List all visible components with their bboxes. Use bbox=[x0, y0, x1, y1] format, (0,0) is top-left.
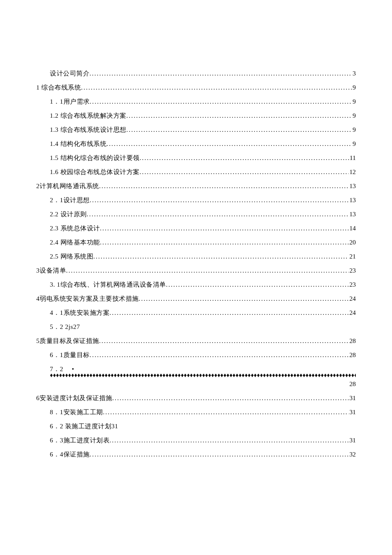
toc-entry-page: 11 bbox=[349, 155, 356, 161]
toc-entry: 5质量目标及保证措施 28 bbox=[36, 338, 356, 344]
toc-entry-title: 6．1质量目标 bbox=[50, 352, 90, 358]
toc-entry: 1.6 校园综合布线总体设计方案12 bbox=[36, 169, 356, 175]
toc-entry-title: 8．1安装施工工期 bbox=[50, 409, 103, 416]
toc-entry-page: 23 bbox=[349, 267, 356, 274]
toc-leader-dots bbox=[81, 84, 352, 91]
toc-entry-page: 28 bbox=[349, 352, 356, 358]
toc-entry: 4．1系统安装施方案24 bbox=[36, 310, 356, 316]
toc-entry: 1.4 结构化布线系统9 bbox=[36, 141, 356, 147]
toc-entry-title: 1．1用户需求 bbox=[50, 99, 90, 105]
toc-entry-page: 14 bbox=[349, 225, 356, 232]
toc-leader-dots bbox=[93, 253, 349, 260]
toc-entry-title: 1.2 综合布线系统解决方案 bbox=[50, 113, 127, 119]
toc-leader-dots bbox=[166, 282, 349, 288]
toc-entry-page: 13 bbox=[349, 211, 356, 218]
toc-entry: 2.4 网络基本功能 20 bbox=[36, 239, 356, 246]
toc-entry-title: 5．2 2js27 bbox=[50, 324, 80, 330]
toc-leader-dots bbox=[127, 113, 352, 119]
toc-entry-title: 设计公司简介 bbox=[50, 70, 89, 77]
toc-entry-title: 2．1设计思想 bbox=[50, 197, 90, 203]
toc-entry: 8．1安装施工工期31 bbox=[36, 409, 356, 416]
toc-entry-title: 6．4保证措施 bbox=[50, 451, 90, 458]
toc-entry-title: 2计算机网络通讯系统 bbox=[36, 183, 99, 189]
toc-leader-dots bbox=[66, 267, 349, 274]
toc-entry: 2计算机网络通讯系统13 bbox=[36, 183, 356, 189]
toc-entry-title: 1 综合布线系统 bbox=[36, 84, 81, 91]
toc-entry: 1.3 综合布线系统设计思想9 bbox=[36, 127, 356, 133]
toc-entry-title: 1.3 综合布线系统设计思想 bbox=[50, 127, 127, 133]
toc-entry-title: 4弱电系统安装方案及主要技术措施 bbox=[36, 296, 139, 302]
toc-entry-page: 31 bbox=[349, 409, 356, 416]
toc-entry-title: 1.6 校园综合布线总体设计方案 bbox=[50, 169, 140, 175]
toc-entry-page: 13 bbox=[349, 197, 356, 203]
toc-leader-dots bbox=[110, 310, 349, 316]
toc-bullet: • bbox=[63, 366, 83, 372]
toc-entry: 2.2 设计原则13 bbox=[36, 211, 356, 218]
toc-entry: 2.3 系统总体设计14 bbox=[36, 225, 356, 232]
toc-entry-title: 2.4 网络基本功能 bbox=[50, 239, 100, 246]
toc-leader-dots bbox=[100, 225, 349, 232]
toc-entry-page: 9 bbox=[352, 99, 356, 105]
toc-entry: 设计公司简介3 bbox=[36, 70, 356, 77]
toc-entry: 3设备清单23 bbox=[36, 267, 356, 274]
toc-entry-page: 20 bbox=[349, 239, 356, 246]
toc-entry-page: 12 bbox=[349, 169, 356, 175]
toc-entry-page: 31 bbox=[349, 437, 356, 444]
toc-leader-dots bbox=[127, 127, 352, 133]
toc-entry-page: 9 bbox=[352, 141, 356, 147]
toc-entry: 2.5 网络系统图21 bbox=[36, 253, 356, 260]
toc-entry-title: 2.3 系统总体设计 bbox=[50, 225, 100, 232]
toc-entry-page: 21 bbox=[349, 253, 356, 260]
toc-leader-dots bbox=[100, 239, 349, 246]
toc-leader-dots bbox=[90, 352, 349, 358]
toc-entry: 3. 1综合布线、计算机网络通讯设备清单23 bbox=[36, 282, 356, 288]
toc-entry-page: 9 bbox=[352, 113, 356, 119]
toc-leader-dots bbox=[107, 141, 352, 147]
toc-entry-title: 6．3施工进度计划表 bbox=[50, 437, 110, 444]
toc-leader-dots bbox=[103, 409, 349, 416]
toc-entry-title: 2.5 网络系统图 bbox=[50, 253, 93, 260]
toc-leader-dots bbox=[140, 169, 349, 175]
toc-entry: 6安装进度计划及保证措施 31 bbox=[36, 395, 356, 401]
toc-entry: 6．4保证措施32 bbox=[36, 451, 356, 458]
toc-entry: 6．3施工进度计划表31 bbox=[36, 437, 356, 444]
toc-entry-title: 1.5 结构化综合布线的设计要领 bbox=[50, 155, 140, 161]
toc-leader-dots bbox=[99, 183, 349, 189]
toc-entry: 1.2 综合布线系统解决方案9 bbox=[36, 113, 356, 119]
toc-entry: 1 综合布线系统9 bbox=[36, 84, 356, 91]
toc-entry: 7．2•28 bbox=[36, 366, 356, 387]
toc-leader-dots bbox=[140, 155, 349, 161]
toc-entry-title: 7．2 bbox=[50, 366, 63, 372]
toc-entry-page: 3 bbox=[352, 70, 356, 77]
toc-entry-title: 3. 1综合布线、计算机网络通讯设备清单 bbox=[50, 282, 166, 288]
toc-entry-page: 32 bbox=[349, 451, 356, 458]
toc-entry-title: 5质量目标及保证措施 bbox=[36, 338, 99, 344]
toc-entry-page: 9 bbox=[352, 127, 356, 133]
toc-leader-dots bbox=[90, 197, 349, 203]
toc-leader-diamonds bbox=[50, 372, 356, 378]
toc-leader-dots bbox=[139, 296, 349, 302]
table-of-contents: 设计公司简介31 综合布线系统91．1用户需求91.2 综合布线系统解决方案91… bbox=[36, 70, 356, 458]
toc-entry-title: 3设备清单 bbox=[36, 267, 66, 274]
toc-entry-title: 1.4 结构化布线系统 bbox=[50, 141, 107, 147]
toc-entry-page: 24 bbox=[349, 310, 356, 316]
toc-entry-page: 9 bbox=[352, 84, 356, 91]
toc-entry-page: 13 bbox=[349, 183, 356, 189]
toc-entry-title: 6安装进度计划及保证措施 bbox=[36, 395, 112, 401]
toc-entry-page: 24 bbox=[349, 296, 356, 302]
toc-entry-title: 4．1系统安装施方案 bbox=[50, 310, 110, 316]
toc-entry: 2．1设计思想13 bbox=[36, 197, 356, 203]
toc-entry-title: 2.2 设计原则 bbox=[50, 211, 87, 218]
toc-leader-dots bbox=[99, 338, 349, 344]
toc-entry-title: 6．2 装施工进度计划31 bbox=[50, 423, 118, 430]
toc-entry: 4弱电系统安装方案及主要技术措施24 bbox=[36, 296, 356, 302]
toc-entry: 1.5 结构化综合布线的设计要领 11 bbox=[36, 155, 356, 161]
toc-entry-page: 28 bbox=[349, 338, 356, 344]
toc-leader-dots bbox=[112, 395, 349, 401]
toc-entry-page: 23 bbox=[349, 282, 356, 288]
toc-leader-dots bbox=[110, 437, 349, 444]
toc-leader-dots bbox=[90, 99, 352, 105]
toc-entry: 5．2 2js27 bbox=[36, 324, 356, 330]
toc-entry: 6．1质量目标28 bbox=[36, 352, 356, 358]
toc-entry-page: 31 bbox=[349, 395, 356, 401]
